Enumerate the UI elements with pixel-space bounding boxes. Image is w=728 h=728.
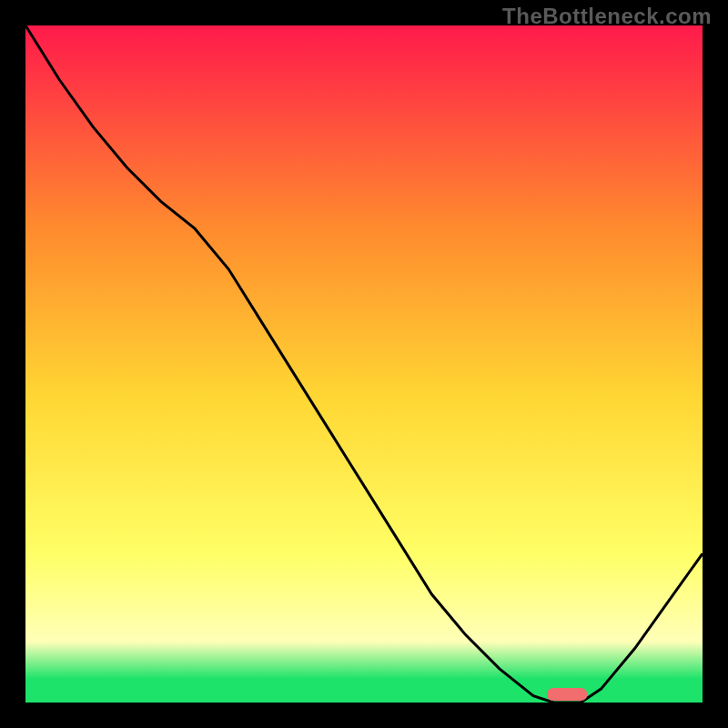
- gradient-background: [25, 25, 703, 703]
- plot-area: [25, 25, 703, 703]
- chart-svg: [25, 25, 703, 703]
- optimal-marker: [547, 688, 588, 701]
- chart-container: TheBottleneck.com: [0, 0, 728, 728]
